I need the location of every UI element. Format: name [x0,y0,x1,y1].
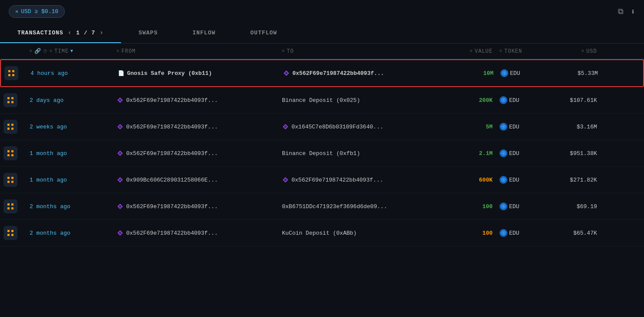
row-to-address[interactable]: 0x1645C7e8D6b03109Fd3640... [292,124,383,130]
col-time[interactable]: ≡ 🔗 ⏱ ≡ TIME ▼ [26,48,113,54]
row-to-address[interactable]: 0x562F69e71987422bb4093f... [292,177,383,183]
row-to-address[interactable]: KuCoin Deposit (0xABb) [282,230,357,236]
tab-transactions[interactable]: TRANSACTIONS ‹ 1 / 7 › [0,23,121,43]
download-icon[interactable]: ⬇ [631,7,635,17]
svg-rect-20 [7,128,10,130]
row-tx-icon-cell [0,199,26,213]
row-time: 2 days ago [30,97,64,104]
row-from-address[interactable]: 0x562F69e71987422bb4093f... [126,230,218,236]
row-to-cell: 0x562F69e71987422bb4093f... [278,176,444,183]
row-usd: $951.38K [570,150,597,157]
svg-rect-38 [7,177,10,179]
tab-swaps[interactable]: SWAPS [121,23,175,43]
col-token[interactable]: ≡ TOKEN [496,48,548,54]
row-usd: $3.16M [577,124,597,130]
row-to-address[interactable]: Binance Deposit (0x025) [282,97,360,104]
row-token: EDU [509,230,519,236]
row-tx-icon-cell [0,120,26,134]
table-row[interactable]: 1 month ago 0x562F69e71987422bb4093f... … [0,140,644,167]
tab-next-arrow[interactable]: › [100,29,104,36]
table-row[interactable]: 4 hours ago 📄 Gnosis Safe Proxy (0xb11) … [0,59,644,87]
row-usd-cell: $107.61K [548,97,600,104]
col-to[interactable]: ≡ TO [278,48,444,54]
svg-rect-61 [11,234,13,236]
table-row[interactable]: 1 month ago 0x909Bc606C289031258066E... … [0,167,644,193]
svg-rect-58 [7,230,10,232]
tx-icon [3,226,17,240]
tab-row: TRANSACTIONS ‹ 1 / 7 › SWAPS INFLOW OUTF… [0,23,644,44]
row-usd: $5.33M [577,70,598,77]
row-to-address[interactable]: 0x562F69e71987422bb4093f... [292,70,384,77]
row-from-address[interactable]: 0x562F69e71987422bb4093f... [126,124,218,130]
svg-rect-60 [7,234,10,236]
token-filter-icon: ≡ [500,49,503,54]
svg-rect-11 [7,101,10,103]
row-to-cell: Binance Deposit (0x025) [278,97,444,104]
copy-icon[interactable]: ⧉ [618,7,624,16]
row-from-cell: 0x909Bc606C289031258066E... [113,176,278,183]
svg-point-28 [503,126,504,128]
col-from[interactable]: ≡ FROM [113,48,278,54]
svg-rect-51 [7,207,10,209]
table-row[interactable]: 2 months ago 0x562F69e71987422bb4093f...… [0,193,644,220]
row-time-cell: 1 month ago [26,150,113,157]
row-value-cell: 5M [444,124,496,130]
table-row[interactable]: 2 days ago 0x562F69e71987422bb4093f... B… [0,87,644,114]
row-token-cell: EDU [496,123,548,131]
row-value-cell: 100 [444,230,496,236]
svg-rect-39 [11,177,13,179]
row-to-cell: 0x562F69e71987422bb4093f... [279,70,445,77]
row-time-cell: 4 hours ago [27,70,114,77]
svg-point-17 [503,99,504,101]
top-bar: ✕ USD ≥ $0.10 ⧉ ⬇ [0,0,644,23]
row-tx-icon-cell [0,93,26,107]
diamond-icon [117,203,124,210]
row-from-address[interactable]: 0x909Bc606C289031258066E... [126,177,218,183]
tab-inflow[interactable]: INFLOW [175,23,233,43]
row-time-cell: 2 months ago [26,203,113,210]
table-row[interactable]: 2 weeks ago 0x562F69e71987422bb4093f... … [0,114,644,140]
row-from-cell: 0x562F69e71987422bb4093f... [113,229,278,236]
row-tx-icon-cell [0,226,26,240]
row-time: 2 months ago [30,230,70,236]
col-to-label: TO [287,48,294,54]
row-value-cell: 600K [444,177,496,183]
col-value[interactable]: ≡ VALUE [444,48,496,54]
token-edu-icon [500,69,508,77]
col-from-label: FROM [121,48,136,54]
svg-rect-49 [7,203,10,206]
close-filter-icon[interactable]: ✕ [15,8,18,15]
row-token-cell: EDU [496,149,548,157]
row-to-address[interactable]: Binance Deposit (0xfb1) [282,150,360,157]
tab-outflow[interactable]: OUTFLOW [233,23,295,43]
column-headers: ≡ 🔗 ⏱ ≡ TIME ▼ ≡ FROM ≡ TO ≡ VALUE ≡ TOK… [0,44,644,59]
row-from-address[interactable]: Gnosis Safe Proxy (0xb11) [127,70,212,77]
row-tx-icon-cell [0,173,26,187]
row-usd: $107.61K [570,97,597,104]
row-usd-cell: $271.82K [548,177,600,183]
row-value: 200K [479,97,493,104]
tab-prev-arrow[interactable]: ‹ [68,29,72,36]
row-from-address[interactable]: 0x562F69e71987422bb4093f... [126,150,218,157]
time-filter-icon2: ⏱ [43,49,48,54]
svg-rect-29 [7,150,10,152]
row-to-address[interactable]: 0xB6751DDc471923ef3696d6de09... [282,203,387,210]
row-token: EDU [509,150,519,157]
diamond-icon [117,150,124,157]
row-usd: $69.19 [577,203,597,210]
filter-badge[interactable]: ✕ USD ≥ $0.10 [9,5,65,18]
row-value-cell: 200K [444,97,496,104]
row-from-address[interactable]: 0x562F69e71987422bb4093f... [126,203,218,210]
row-to-cell: Binance Deposit (0xfb1) [278,150,444,157]
tab-inflow-label: INFLOW [192,30,215,36]
row-value: 600K [479,177,493,183]
time-filter-icon3: ≡ [50,49,53,54]
table-row[interactable]: 2 months ago 0x562F69e71987422bb4093f...… [0,220,644,246]
time-filter-icon: ≡ [30,49,33,54]
svg-rect-50 [11,203,13,206]
svg-rect-3 [12,74,14,76]
svg-point-8 [503,72,505,74]
col-usd[interactable]: ≡ USD [548,48,600,54]
row-from-address[interactable]: 0x562F69e71987422bb4093f... [126,97,218,104]
tab-transactions-label: TRANSACTIONS [17,30,64,36]
